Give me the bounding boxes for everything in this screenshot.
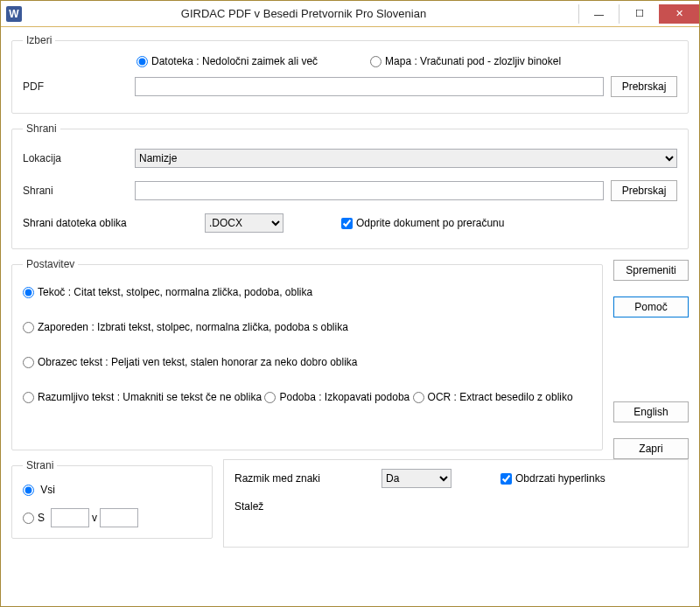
radio-mapa-label: Mapa : Vračunati pod - zlozljiv binokel (385, 55, 561, 67)
shrani-browse-button[interactable]: Prebrskaj (611, 180, 677, 201)
radio-vsi[interactable]: Vsi (23, 484, 201, 496)
maximize-button[interactable]: ☐ (619, 4, 659, 24)
pdf-label: PDF (23, 80, 128, 93)
shrani-label: Shrani (23, 185, 128, 197)
format-select[interactable]: .DOCX (205, 213, 284, 233)
radio-vsi-input[interactable] (23, 485, 34, 496)
radio-datoteka-input[interactable] (136, 56, 148, 67)
radio-mapa-input[interactable] (370, 56, 382, 67)
radio-zaporeden-input[interactable] (23, 322, 34, 333)
radio-datoteka-label: Datoteka : Nedoločni zaimek ali več (151, 55, 318, 67)
radio-tekoc-label: Tekoč : Citat tekst, stolpec, normalna z… (38, 286, 312, 298)
radio-tekoc[interactable]: Tekoč : Citat tekst, stolpec, normalna z… (23, 286, 312, 298)
open-after-input[interactable] (341, 218, 353, 229)
strani-from-input[interactable] (51, 508, 89, 527)
lokacija-label: Lokacija (23, 152, 128, 164)
open-after-checkbox[interactable]: Odprite dokument po preračunu (341, 217, 504, 229)
radio-podoba-input[interactable] (264, 392, 276, 403)
radio-vsi-label: Vsi (40, 484, 55, 496)
app-icon: W (6, 6, 22, 22)
spremeniti-button[interactable]: Spremeniti (613, 260, 689, 281)
strani-group: Strani Vsi S v (11, 459, 213, 539)
strani-v-label: v (92, 512, 97, 524)
open-after-label: Odprite dokument po preračunu (356, 217, 504, 229)
strani-to-input[interactable] (100, 508, 138, 527)
radio-obrazec-input[interactable] (23, 357, 34, 368)
minimize-button[interactable]: — (578, 4, 619, 24)
razmik-label: Razmik med znaki (234, 472, 366, 485)
radio-datoteka[interactable]: Datoteka : Nedoločni zaimek ali več (136, 55, 318, 67)
hyperlinks-label: Obdrzati hyperlinks (515, 472, 606, 485)
english-button[interactable]: English (613, 401, 689, 422)
radio-obrazec[interactable]: Obrazec tekst : Peljati ven tekst, stale… (23, 356, 358, 368)
strani-legend: Strani (23, 459, 57, 471)
lokacija-select[interactable]: Namizje (135, 149, 677, 168)
window-title: GIRDAC PDF v Besedi Pretvornik Pro Slove… (29, 7, 578, 20)
bottom-right-panel: Razmik med znaki Da Obdrzati hyperlinks … (223, 459, 689, 548)
izberi-legend: Izberi (23, 34, 55, 46)
pdf-browse-button[interactable]: Prebrskaj (611, 76, 677, 97)
radio-ocr-input[interactable] (413, 392, 424, 403)
close-button[interactable]: ✕ (659, 4, 699, 24)
razmik-select[interactable]: Da (382, 469, 452, 488)
hyperlinks-checkbox[interactable]: Obdrzati hyperlinks (500, 472, 606, 485)
radio-s-input[interactable] (23, 513, 34, 524)
hyperlinks-input[interactable] (500, 473, 512, 485)
radio-podoba[interactable]: Podoba : Izkopavati podoba (264, 391, 410, 403)
radio-razumljivo-label: Razumljivo tekst : Umakniti se tekst če … (38, 391, 262, 403)
stalez-label: Stalež (234, 500, 366, 513)
shrani-group: Shrani Lokacija Namizje Shrani Prebrskaj… (11, 122, 689, 249)
radio-s[interactable]: S v (23, 508, 138, 527)
titlebar: W GIRDAC PDF v Besedi Pretvornik Pro Slo… (1, 1, 699, 27)
shrani-legend: Shrani (23, 122, 60, 135)
radio-tekoc-input[interactable] (23, 287, 34, 298)
shrani-input[interactable] (135, 181, 604, 200)
zapri-button[interactable]: Zapri (613, 438, 689, 459)
radio-obrazec-label: Obrazec tekst : Peljati ven tekst, stale… (38, 356, 358, 368)
radio-razumljivo[interactable]: Razumljivo tekst : Umakniti se tekst če … (23, 391, 262, 403)
radio-razumljivo-input[interactable] (23, 392, 34, 403)
radio-mapa[interactable]: Mapa : Vračunati pod - zlozljiv binokel (370, 55, 561, 67)
izberi-group: Izberi Datoteka : Nedoločni zaimek ali v… (11, 34, 689, 114)
radio-ocr[interactable]: OCR : Extract besedilo z obliko (413, 391, 573, 403)
pomoc-button[interactable]: Pomoč (613, 297, 689, 317)
radio-ocr-label: OCR : Extract besedilo z obliko (428, 391, 573, 403)
postavitev-legend: Postavitev (23, 258, 78, 270)
format-label: Shrani datoteka oblika (23, 217, 198, 229)
radio-podoba-label: Podoba : Izkopavati podoba (279, 391, 410, 403)
radio-zaporeden-label: Zaporeden : Izbrati tekst, stolpec, norm… (38, 321, 348, 333)
postavitev-group: Postavitev Tekoč : Citat tekst, stolpec,… (11, 258, 603, 450)
radio-s-label: S (38, 512, 45, 524)
radio-zaporeden[interactable]: Zaporeden : Izbrati tekst, stolpec, norm… (23, 321, 348, 333)
pdf-input[interactable] (135, 77, 604, 96)
